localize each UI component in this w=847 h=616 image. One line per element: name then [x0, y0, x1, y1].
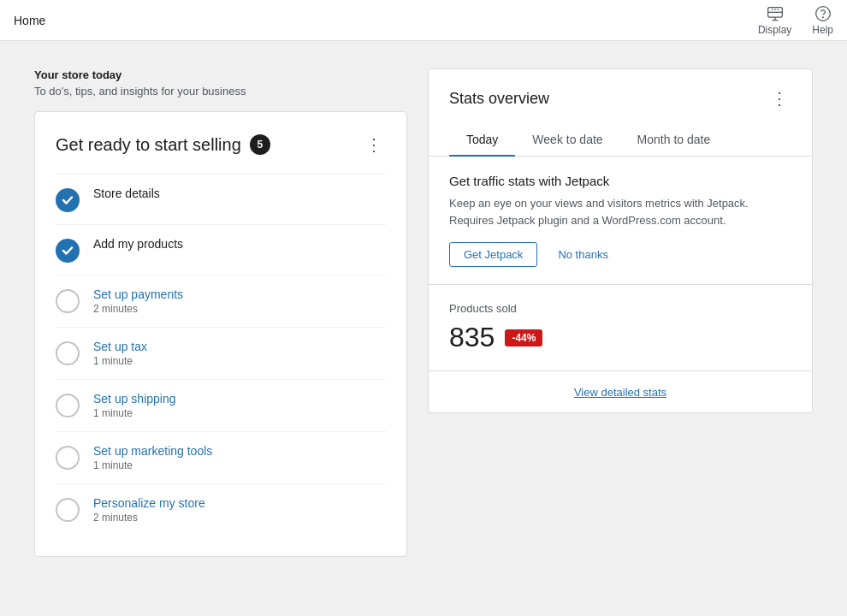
svg-point-2	[822, 16, 823, 17]
get-ready-menu-button[interactable]: ⋮	[362, 133, 386, 157]
payments-label[interactable]: Set up payments	[93, 287, 183, 301]
view-detailed-stats-link[interactable]: View detailed stats	[574, 386, 666, 399]
view-stats: View detailed stats	[429, 371, 812, 412]
marketing-sub: 1 minute	[93, 459, 212, 471]
list-item: Store details	[56, 174, 386, 224]
jetpack-promo: Get traffic stats with Jetpack Keep an e…	[429, 157, 812, 285]
checklist-text-add-products: Add my products	[93, 237, 183, 251]
list-item: Add my products	[56, 224, 386, 275]
tab-month-to-date[interactable]: Month to date	[620, 124, 728, 157]
tax-label[interactable]: Set up tax	[93, 340, 147, 353]
stats-card: Stats overview ⋮ Today Week to date Mont…	[428, 68, 813, 413]
products-sold-label: Products sold	[449, 302, 791, 315]
checklist-text-marketing: Set up marketing tools 1 minute	[93, 444, 212, 471]
check-circle-personalize	[56, 498, 80, 522]
checklist-text-tax: Set up tax 1 minute	[93, 340, 147, 367]
list-item: Set up payments 2 minutes	[56, 275, 386, 327]
help-button[interactable]: Help	[812, 5, 833, 36]
main-content: Your store today To do's, tips, and insi…	[0, 41, 847, 584]
stats-title: Stats overview	[449, 90, 549, 108]
check-circle-store-details	[56, 188, 80, 212]
list-item: Set up marketing tools 1 minute	[56, 431, 386, 483]
stats-menu-button[interactable]: ⋮	[767, 86, 791, 110]
check-circle-shipping	[56, 394, 80, 418]
left-column: Your store today To do's, tips, and insi…	[34, 68, 407, 557]
display-label: Display	[758, 24, 791, 36]
list-item: Set up tax 1 minute	[56, 327, 386, 379]
no-thanks-button[interactable]: No thanks	[544, 242, 622, 267]
get-ready-header: Get ready to start selling 5 ⋮	[56, 133, 386, 157]
tab-today[interactable]: Today	[449, 124, 515, 157]
get-ready-card: Get ready to start selling 5 ⋮ Store det…	[34, 111, 407, 557]
list-item: Personalize my store 2 minutes	[56, 483, 386, 536]
jetpack-promo-title: Get traffic stats with Jetpack	[449, 174, 791, 188]
check-circle-marketing	[56, 446, 80, 470]
products-sold-badge: -44%	[505, 329, 542, 346]
help-label: Help	[812, 24, 833, 36]
display-icon	[767, 5, 784, 22]
checkmark-icon	[62, 194, 74, 206]
check-circle-payments	[56, 289, 80, 313]
display-button[interactable]: Display	[758, 5, 791, 36]
get-ready-title: Get ready to start selling	[56, 135, 241, 155]
check-circle-add-products	[56, 239, 80, 263]
topbar: Home Display Help	[0, 0, 847, 41]
payments-sub: 2 minutes	[93, 303, 183, 315]
checklist-text-personalize: Personalize my store 2 minutes	[93, 496, 205, 524]
tab-week-to-date[interactable]: Week to date	[515, 124, 619, 157]
list-item: Set up shipping 1 minute	[56, 379, 386, 431]
help-icon	[814, 5, 832, 22]
topbar-actions: Display Help	[758, 5, 833, 36]
marketing-label[interactable]: Set up marketing tools	[93, 444, 212, 458]
add-products-label: Add my products	[93, 237, 183, 251]
store-details-label: Store details	[93, 187, 160, 200]
checkmark-icon	[62, 245, 74, 257]
stats-header: Stats overview ⋮	[429, 69, 812, 110]
shipping-label[interactable]: Set up shipping	[93, 392, 176, 406]
products-sold-section: Products sold 835 -44%	[429, 285, 812, 371]
personalize-sub: 2 minutes	[93, 512, 205, 524]
tax-sub: 1 minute	[93, 355, 147, 367]
checklist-text-payments: Set up payments 2 minutes	[93, 287, 183, 315]
get-jetpack-button[interactable]: Get Jetpack	[449, 242, 537, 267]
page-title: Home	[14, 14, 45, 27]
checklist-text-store-details: Store details	[93, 187, 160, 200]
jetpack-actions: Get Jetpack No thanks	[449, 242, 791, 267]
stats-tabs: Today Week to date Month to date	[429, 124, 812, 157]
shipping-sub: 1 minute	[93, 407, 176, 419]
products-sold-value: 835	[449, 322, 495, 353]
personalize-label[interactable]: Personalize my store	[93, 496, 205, 510]
store-today-title: Your store today	[34, 68, 407, 81]
svg-point-1	[815, 6, 830, 21]
right-column: Stats overview ⋮ Today Week to date Mont…	[428, 68, 813, 413]
get-ready-badge: 5	[250, 134, 270, 155]
get-ready-title-group: Get ready to start selling 5	[56, 134, 270, 155]
check-circle-tax	[56, 341, 80, 365]
store-today-subtitle: To do's, tips, and insights for your bus…	[34, 85, 407, 98]
checklist-text-shipping: Set up shipping 1 minute	[93, 392, 176, 419]
products-sold-row: 835 -44%	[449, 322, 791, 353]
jetpack-promo-text: Keep an eye on your views and visitors m…	[449, 195, 791, 228]
